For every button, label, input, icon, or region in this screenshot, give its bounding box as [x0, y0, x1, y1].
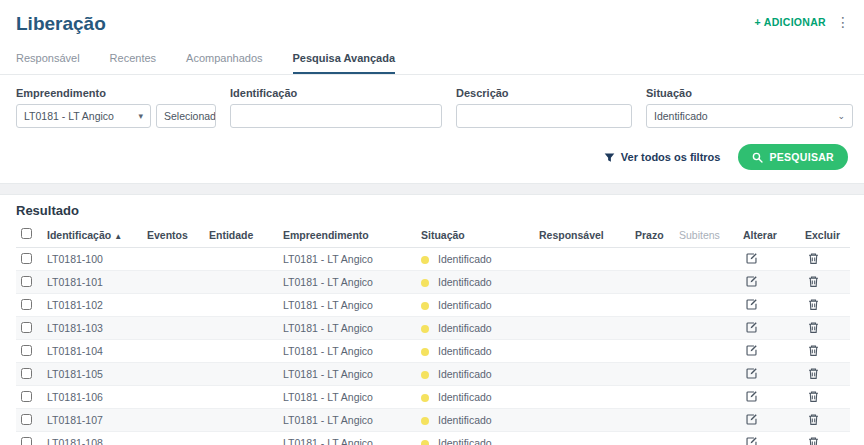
cell-alterar — [738, 248, 800, 271]
cell-alterar — [738, 294, 800, 317]
results-table: Identificação▲ Eventos Entidade Empreend… — [16, 224, 850, 445]
cell-empreendimento: LT0181 - LT Angico — [278, 340, 416, 363]
row-checkbox[interactable] — [21, 414, 32, 425]
row-checkbox[interactable] — [21, 368, 32, 379]
row-checkbox[interactable] — [21, 437, 32, 445]
trash-icon — [807, 413, 820, 426]
cell-identificacao: LT0181-100 — [42, 248, 142, 271]
col-empreendimento[interactable]: Empreendimento — [278, 224, 416, 248]
cell-excluir — [800, 294, 850, 317]
delete-button[interactable] — [805, 297, 822, 312]
empreendimento-select[interactable]: LT0181 - LT Angico ▾ — [16, 104, 151, 128]
row-checkbox[interactable] — [21, 345, 32, 356]
col-responsavel[interactable]: Responsável — [534, 224, 630, 248]
ver-todos-filtros-link[interactable]: Ver todos os filtros — [604, 151, 721, 163]
cell-excluir — [800, 363, 850, 386]
cell-alterar — [738, 432, 800, 445]
add-button[interactable]: + ADICIONAR — [755, 16, 826, 28]
cell-alterar — [738, 340, 800, 363]
chevron-down-icon: ⌄ — [837, 111, 845, 121]
cell-situacao: Identificado — [416, 271, 534, 294]
table-row: LT0181-102 LT0181 - LT Angico Identifica… — [16, 294, 850, 317]
results-section: Resultado Identificação▲ Eventos Entidad… — [0, 195, 864, 445]
situacao-select[interactable]: Identificado ⌄ — [646, 104, 853, 128]
cell-situacao: Identificado — [416, 294, 534, 317]
empreendimento-label: Empreendimento — [16, 87, 216, 99]
page-title: Liberação — [16, 13, 106, 35]
tab-acompanhados[interactable]: Acompanhados — [186, 45, 262, 74]
filter-identificacao: Identificação — [230, 87, 442, 128]
edit-button[interactable] — [743, 366, 760, 381]
edit-button[interactable] — [743, 274, 760, 289]
kebab-menu-icon[interactable]: ⋮ — [836, 15, 850, 29]
section-divider — [0, 183, 864, 195]
descricao-input[interactable] — [456, 104, 632, 128]
col-entidade[interactable]: Entidade — [204, 224, 278, 248]
row-checkbox[interactable] — [21, 276, 32, 287]
row-checkbox[interactable] — [21, 322, 32, 333]
tab-pesquisa-avancada[interactable]: Pesquisa Avançada — [293, 45, 396, 74]
edit-icon — [745, 344, 758, 357]
tab-responsavel[interactable]: Responsável — [16, 45, 80, 74]
table-row: LT0181-107 LT0181 - LT Angico Identifica… — [16, 409, 850, 432]
cell-empreendimento: LT0181 - LT Angico — [278, 294, 416, 317]
delete-button[interactable] — [805, 389, 822, 404]
cell-alterar — [738, 363, 800, 386]
pesquisar-button[interactable]: PESQUISAR — [738, 144, 848, 170]
cell-excluir — [800, 317, 850, 340]
table-row: LT0181-101 LT0181 - LT Angico Identifica… — [16, 271, 850, 294]
select-all-checkbox[interactable] — [21, 228, 32, 239]
delete-button[interactable] — [805, 320, 822, 335]
delete-button[interactable] — [805, 412, 822, 427]
delete-button[interactable] — [805, 251, 822, 266]
edit-button[interactable] — [743, 297, 760, 312]
edit-button[interactable] — [743, 389, 760, 404]
cell-empreendimento: LT0181 - LT Angico — [278, 409, 416, 432]
col-prazo[interactable]: Prazo — [630, 224, 674, 248]
delete-button[interactable] — [805, 274, 822, 289]
table-row: LT0181-106 LT0181 - LT Angico Identifica… — [16, 386, 850, 409]
edit-icon — [745, 252, 758, 265]
trash-icon — [807, 367, 820, 380]
edit-button[interactable] — [743, 320, 760, 335]
cell-alterar — [738, 271, 800, 294]
cell-identificacao: LT0181-101 — [42, 271, 142, 294]
identificacao-input[interactable] — [230, 104, 442, 128]
table-row: LT0181-105 LT0181 - LT Angico Identifica… — [16, 363, 850, 386]
cell-empreendimento: LT0181 - LT Angico — [278, 432, 416, 445]
cell-situacao: Identificado — [416, 248, 534, 271]
delete-button[interactable] — [805, 366, 822, 381]
edit-button[interactable] — [743, 343, 760, 358]
table-row: LT0181-108 LT0181 - LT Angico Identifica… — [16, 432, 850, 445]
col-identificacao[interactable]: Identificação▲ — [42, 224, 142, 248]
col-subitens: Subitens — [674, 224, 738, 248]
tab-recentes[interactable]: Recentes — [110, 45, 156, 74]
row-checkbox[interactable] — [21, 391, 32, 402]
delete-button[interactable] — [805, 343, 822, 358]
edit-button[interactable] — [743, 251, 760, 266]
row-checkbox[interactable] — [21, 299, 32, 310]
descricao-label: Descrição — [456, 87, 632, 99]
edit-button[interactable] — [743, 412, 760, 427]
filter-situacao: Situação Identificado ⌄ — [646, 87, 853, 128]
edit-icon — [745, 275, 758, 288]
cell-identificacao: LT0181-105 — [42, 363, 142, 386]
funnel-icon — [604, 152, 615, 163]
status-dot-icon — [421, 417, 429, 425]
cell-situacao: Identificado — [416, 363, 534, 386]
status-dot-icon — [421, 371, 429, 379]
col-eventos[interactable]: Eventos — [142, 224, 204, 248]
row-checkbox[interactable] — [21, 253, 32, 264]
edit-button[interactable] — [743, 435, 760, 445]
cell-identificacao: LT0181-107 — [42, 409, 142, 432]
trash-icon — [807, 252, 820, 265]
cell-situacao: Identificado — [416, 340, 534, 363]
col-situacao[interactable]: Situação — [416, 224, 534, 248]
trash-icon — [807, 344, 820, 357]
selecionado-select[interactable]: Selecionado ▾ — [156, 104, 216, 128]
tab-bar: Responsável Recentes Acompanhados Pesqui… — [0, 45, 864, 75]
cell-identificacao: LT0181-108 — [42, 432, 142, 445]
table-body: LT0181-100 LT0181 - LT Angico Identifica… — [16, 248, 850, 445]
delete-button[interactable] — [805, 435, 822, 445]
status-dot-icon — [421, 302, 429, 310]
